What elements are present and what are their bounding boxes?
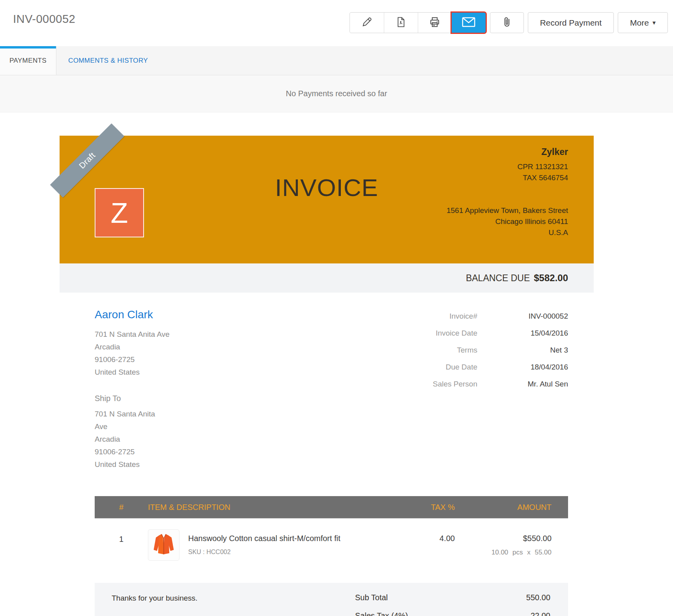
sales-person-value: Mr. Atul Sen [477,380,568,388]
item-amount: $550.00 [455,529,551,543]
billing-address-line: United States [95,366,170,379]
ship-to-block: Ship To 701 N Santa Anita Ave Arcadia 91… [95,394,197,471]
print-button[interactable] [418,13,452,33]
tab-payments[interactable]: PAYMENTS [0,46,56,75]
company-info: Zylker CPR 11321321 TAX 5646754 1561 App… [447,147,568,238]
payments-empty-message: No Payments received so far [286,89,387,98]
billing-address: 701 N Santa Anita Ave Arcadia 91006-2725… [95,328,170,379]
col-header-item-description: ITEM & DESCRIPTION [148,503,384,512]
edit-button[interactable] [350,13,384,33]
top-header: INV-000052 [0,0,673,46]
printer-icon [429,16,441,29]
item-number: 1 [95,529,148,561]
col-header-amount: AMOUNT [455,503,568,512]
terms-value: Net 3 [477,346,568,355]
export-pdf-button[interactable] [384,13,418,33]
caret-down-icon: ▾ [652,19,656,26]
sales-person-label: Sales Person [351,380,477,388]
tab-payments-label: PAYMENTS [9,57,47,65]
item-qty-detail: 10.00 pcs x 55.00 [455,549,551,556]
item-text: Hanswooly Cotton casual shirt-M/comfort … [188,529,340,561]
more-label: More [630,18,649,28]
item-cell: Hanswooly Cotton casual shirt-M/comfort … [148,529,384,561]
pencil-icon [361,17,372,29]
paperclip-icon [501,17,512,29]
shipping-address-line: United States [95,458,197,471]
col-header-tax: TAX % [384,503,455,512]
invoice-number-label: Invoice# [351,312,477,321]
subtotal-label: Sub Total [355,593,388,602]
invoice-date-label: Invoice Date [351,329,477,338]
ship-to-label: Ship To [95,394,197,403]
invoice-meta: Invoice# INV-000052 Invoice Date 15/04/2… [351,308,568,392]
item-description: Hanswooly Cotton casual shirt-M/comfort … [188,529,340,543]
billing-address-line: Arcadia [95,341,170,353]
shipping-address-line: 91006-2725 [95,446,197,458]
meta-row-sales-person: Sales Person Mr. Atul Sen [351,375,568,392]
orange-shirt-image [150,531,177,559]
company-address-line: U.S.A [447,227,568,238]
toolbar: Record Payment More ▾ [350,12,668,33]
col-header-number: # [95,503,148,512]
company-tax: TAX 5646754 [447,172,568,183]
invoice-notes: Thanks for your business. [112,594,198,603]
company-name: Zylker [447,147,568,157]
document-actions-group [350,12,486,33]
meta-row-invoice-date: Invoice Date 15/04/2016 [351,325,568,342]
tab-bar: PAYMENTS COMMENTS & HISTORY [0,46,673,75]
meta-row-terms: Terms Net 3 [351,342,568,358]
sales-tax-value: 22.00 [531,611,550,616]
shipping-address: 701 N Santa Anita Ave Arcadia 91006-2725… [95,408,197,471]
billing-address-line: 701 N Santa Anita Ave [95,328,170,341]
company-address-line: Chicago Illinois 60411 [447,216,568,227]
tab-comments-history[interactable]: COMMENTS & HISTORY [56,46,160,75]
payments-empty-panel: No Payments received so far [0,75,673,112]
shipping-address-line: 701 N Santa Anita [95,408,197,420]
company-address: 1561 Appleview Town, Bakers Street Chica… [447,205,568,238]
attach-file-button[interactable] [490,12,524,33]
company-address-line: 1561 Appleview Town, Bakers Street [447,205,568,216]
items-table: # ITEM & DESCRIPTION TAX % AMOUNT 1 [95,496,568,573]
invoice-summary: Thanks for your business. Sub Total 550.… [95,583,568,616]
balance-due-value: $582.00 [534,273,568,284]
item-row: 1 Hanswooly Cotton [95,519,568,573]
due-date-value: 18/04/2016 [477,363,568,371]
due-date-label: Due Date [351,363,477,371]
shipping-address-line: Arcadia [95,433,197,446]
subtotal-value: 550.00 [526,593,550,602]
billing-address-line: 91006-2725 [95,353,170,366]
envelope-icon [462,16,476,29]
item-tax-percent: 4.00 [384,529,455,561]
customer-name-link[interactable]: Aaron Clark [95,308,170,321]
invoice-document: Draft Z INVOICE Zylker CPR 11321321 TAX … [60,136,594,616]
invoice-date-value: 15/04/2016 [477,329,568,338]
sales-tax-label: Sales Tax (4%) [355,611,408,616]
balance-due-label: BALANCE DUE [466,273,530,284]
pdf-file-icon [395,17,406,29]
record-payment-label: Record Payment [540,18,602,28]
shipping-address-line: Ave [95,420,197,433]
tab-comments-history-label: COMMENTS & HISTORY [68,57,148,65]
balance-due-strip: BALANCE DUE $582.00 [60,263,594,293]
item-sku: SKU : HCC002 [188,549,340,556]
page-title: INV-000052 [13,13,75,26]
item-amount-cell: $550.00 10.00 pcs x 55.00 [455,529,568,561]
item-thumbnail [148,529,179,561]
email-button[interactable] [452,13,486,33]
terms-label: Terms [351,346,477,355]
bill-to-block: Aaron Clark 701 N Santa Anita Ave Arcadi… [95,308,170,379]
meta-row-invoice-number: Invoice# INV-000052 [351,308,568,325]
invoice-number-value: INV-000052 [477,312,568,321]
record-payment-button[interactable]: Record Payment [528,12,614,33]
company-cpr: CPR 11321321 [447,161,568,172]
items-table-header: # ITEM & DESCRIPTION TAX % AMOUNT [95,496,568,519]
invoice-header-band: Draft Z INVOICE Zylker CPR 11321321 TAX … [60,136,594,263]
more-button[interactable]: More ▾ [618,12,668,33]
meta-row-due-date: Due Date 18/04/2016 [351,358,568,375]
